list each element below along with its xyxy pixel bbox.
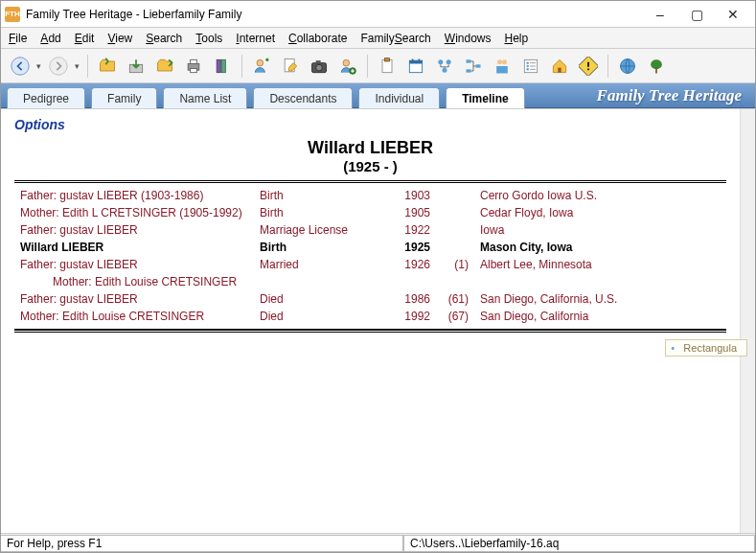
svg-point-33 [526,68,529,71]
tab-individual[interactable]: Individual [358,87,440,108]
tab-timeline[interactable]: Timeline [446,87,524,108]
cell-person: Father: gustav LIEBER (1903-1986) [14,187,254,204]
timeline-row[interactable]: Mother: Edith L CRETSINGER (1905-1992)Bi… [14,204,726,221]
cell-age [436,239,474,256]
status-file-path: C:\Users..\Lieberfamily-16.aq [403,535,755,552]
svg-point-1 [50,57,67,74]
cell-age [436,221,474,239]
person-lifespan: (1925 - ) [14,158,726,174]
svg-rect-6 [217,59,220,72]
svg-point-31 [526,61,529,63]
cell-event: Birth [254,187,378,204]
cell-event: Died [254,308,378,325]
open-file-button[interactable] [94,53,121,80]
menu-tools[interactable]: Tools [195,32,222,45]
divider [14,180,726,183]
svg-point-21 [438,59,443,64]
svg-rect-12 [316,60,321,62]
titlebar: FTH Family Tree Heritage - Lieberfamily … [1,1,755,28]
cell-person: Father: gustav LIEBER [14,290,254,308]
vertical-scrollbar[interactable] [740,109,755,533]
cell-person: Father: gustav LIEBER [14,256,254,273]
cell-place: Albert Lee, Minnesota [474,256,726,273]
cell-event: Died [254,290,378,308]
options-link[interactable]: Options [14,117,726,132]
svg-rect-16 [385,58,390,60]
cell-year: 1986 [378,290,436,308]
statusbar: For Help, press F1 C:\Users..\Lieberfami… [1,533,755,552]
timeline-row[interactable]: Father: gustav LIEBERMarriage License192… [14,221,726,239]
person-name: Willard LIEBER [14,138,726,158]
maximize-button[interactable]: ▢ [678,4,715,25]
cell-event: Marriage License [254,221,378,239]
family-view-button[interactable] [489,53,515,80]
status-help-text: For Help, press F1 [1,535,403,552]
cell-year: 1905 [378,204,436,221]
home-button[interactable] [546,53,573,80]
relationship-button[interactable] [431,53,458,80]
cell-place: Iowa [474,221,726,239]
toolbar: ▾ ▾ [1,49,755,83]
svg-rect-25 [467,69,471,72]
content-area: Options Willard LIEBER (1925 - ) Father:… [1,108,755,533]
timeline-row[interactable]: Willard LIEBERBirth1925Mason City, Iowa [14,239,726,256]
timeline-row[interactable]: Father: gustav LIEBERMarried1926(1)Alber… [14,256,726,273]
add-person-button[interactable] [248,53,275,80]
menu-internet[interactable]: Internet [236,32,275,45]
timeline-row[interactable]: Father: gustav LIEBER (1903-1986)Birth19… [14,187,726,204]
calendar-button[interactable] [402,53,429,80]
camera-button[interactable] [306,53,332,80]
menu-windows[interactable]: Windows [445,32,492,45]
menu-add[interactable]: Add [40,32,60,45]
menu-view[interactable]: View [107,32,132,45]
app-icon: FTH [5,7,20,22]
svg-point-23 [443,67,447,72]
tab-descendants[interactable]: Descendants [253,87,353,108]
svg-rect-5 [191,68,197,72]
menu-edit[interactable]: Edit [75,32,95,45]
tab-family[interactable]: Family [91,87,157,108]
back-dropdown[interactable]: ▾ [34,61,43,71]
cell-person: Mother: Edith Louise CRETSINGER [14,308,254,325]
separator [241,55,242,78]
forward-dropdown[interactable]: ▾ [72,61,81,71]
globe-button[interactable] [614,53,641,80]
add-child-button[interactable] [334,53,361,80]
cell-age: (67) [436,308,474,325]
save-button[interactable] [123,53,149,80]
back-button[interactable] [7,53,34,80]
close-button[interactable]: ✕ [715,4,751,25]
window-title: Family Tree Heritage - Lieberfamily Fami… [26,8,642,21]
clipboard-button[interactable] [374,53,401,80]
edit-note-button[interactable] [277,53,304,80]
menu-file[interactable]: File [9,32,27,45]
tab-name-list[interactable]: Name List [163,87,247,108]
cell-event: Married [254,256,378,273]
timeline-row[interactable]: Father: gustav LIEBERDied1986(61)San Die… [14,290,726,308]
tab-pedigree[interactable]: Pedigree [7,87,85,108]
name-list-button[interactable] [517,53,544,80]
minimize-button[interactable]: – [642,4,678,25]
menu-help[interactable]: Help [504,32,528,45]
warning-sign-button[interactable] [575,53,602,80]
separator [367,55,368,78]
menu-collaborate[interactable]: Collaborate [288,32,347,45]
svg-point-28 [502,59,507,64]
cell-year: 1925 [378,239,436,256]
timeline-row[interactable]: Mother: Edith Louise CRETSINGERDied1992(… [14,308,726,325]
forward-button[interactable] [45,53,72,80]
timeline-table: Father: gustav LIEBER (1903-1986)Birth19… [14,187,726,325]
print-button[interactable] [180,53,207,80]
cell-person: Willard LIEBER [14,239,254,256]
tree-logo-button[interactable] [643,53,670,80]
cell-place: Cedar Floyd, Iowa [474,204,726,221]
tab-strip: Pedigree Family Name List Descendants In… [1,83,755,108]
pedigree-chart-button[interactable] [460,53,487,80]
cell-age: (61) [436,290,474,308]
person-header: Willard LIEBER (1925 - ) [14,138,726,174]
menu-search[interactable]: Search [146,32,182,45]
export-button[interactable] [151,53,178,80]
books-button[interactable] [209,53,236,80]
menu-familysearch[interactable]: FamilySearch [360,32,430,45]
svg-rect-41 [655,67,657,73]
